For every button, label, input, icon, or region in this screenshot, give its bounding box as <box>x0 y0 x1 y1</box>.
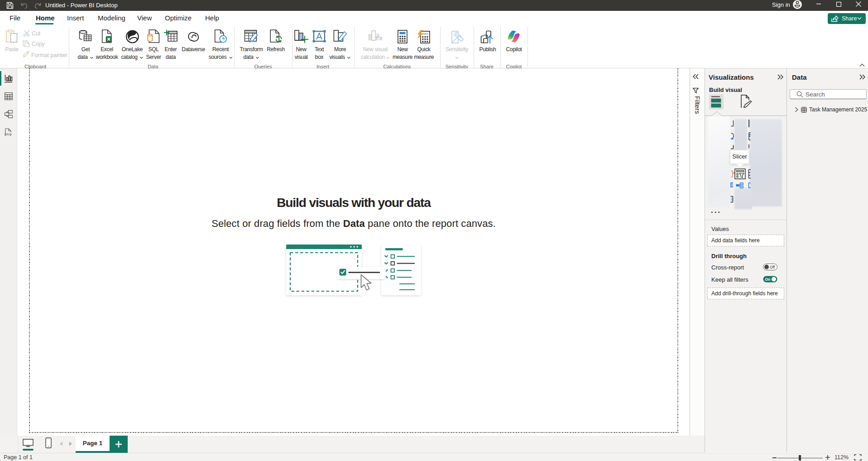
svg-text:DAX: DAX <box>5 133 11 136</box>
svg-text:Off: Off <box>770 265 775 269</box>
svg-text:On: On <box>765 277 771 282</box>
